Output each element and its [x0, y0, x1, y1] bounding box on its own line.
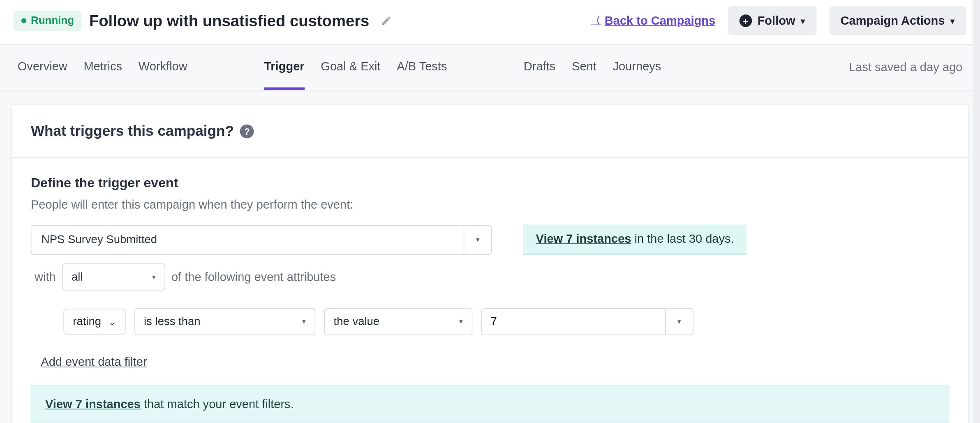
pencil-icon [381, 15, 392, 27]
tab-sent[interactable]: Sent [572, 45, 596, 90]
chevron-left-icon: 〈 [591, 14, 601, 27]
tab-journeys[interactable]: Journeys [613, 45, 661, 90]
view-matching-instances-link[interactable]: View 7 instances [45, 397, 141, 411]
status-dot-icon [21, 18, 26, 23]
with-rest-label: of the following event attributes [171, 270, 336, 284]
trigger-panel: What triggers this campaign? ? Define th… [12, 105, 969, 423]
chevron-down-icon: ▾ [459, 318, 463, 326]
quantifier-value: all [72, 270, 83, 284]
page-header: Running Follow up with unsatisfied custo… [0, 0, 980, 44]
value-type-text: the value [334, 315, 380, 328]
add-event-data-filter-link[interactable]: Add event data filter [41, 355, 147, 369]
campaign-actions-button[interactable]: Campaign Actions ▾ [829, 6, 966, 35]
attribute-value: rating [73, 315, 101, 328]
chevron-down-icon: ⌄ [109, 316, 116, 326]
tab-goal-exit[interactable]: Goal & Exit [321, 45, 380, 90]
scrollbar[interactable] [973, 0, 980, 423]
match-instances-banner: View 7 instances that match your event f… [31, 386, 949, 423]
view-instances-link[interactable]: View 7 instances [536, 232, 631, 245]
define-trigger-heading: Define the trigger event [31, 175, 949, 191]
chevron-down-icon: ▾ [464, 225, 491, 254]
quantifier-select[interactable]: all ▾ [62, 263, 165, 291]
event-select[interactable]: NPS Survey Submitted ▾ [31, 225, 492, 254]
chevron-down-icon: ▾ [801, 16, 805, 26]
chevron-down-icon: ▾ [302, 318, 306, 326]
with-label: with [35, 270, 56, 284]
status-badge: Running [14, 11, 82, 31]
define-trigger-subtext: People will enter this campaign when the… [31, 198, 949, 212]
chevron-down-icon: ▾ [152, 273, 156, 281]
chevron-down-icon[interactable]: ▾ [665, 309, 693, 335]
campaign-title: Follow up with unsatisfied customers [89, 12, 369, 30]
chevron-down-icon: ▾ [950, 16, 955, 26]
event-select-value: NPS Survey Submitted [31, 225, 463, 254]
operator-select[interactable]: is less than ▾ [134, 308, 315, 335]
edit-title-button[interactable] [381, 15, 392, 27]
tab-metrics[interactable]: Metrics [84, 45, 122, 90]
value-input-combo: ▾ [481, 308, 694, 335]
attribute-select[interactable]: rating ⌄ [63, 309, 125, 335]
follow-button[interactable]: + Follow ▾ [728, 6, 817, 35]
follow-button-label: Follow [758, 14, 795, 28]
value-input[interactable] [482, 309, 665, 335]
value-type-select[interactable]: the value ▾ [324, 308, 473, 335]
tab-ab-tests[interactable]: A/B Tests [397, 45, 447, 90]
operator-value: is less than [144, 315, 201, 328]
help-icon[interactable]: ? [240, 124, 254, 138]
match-rest-text: that match your event filters. [141, 397, 294, 411]
tab-drafts[interactable]: Drafts [524, 45, 555, 90]
plus-circle-icon: + [739, 14, 752, 27]
last-saved-label: Last saved a day ago [849, 60, 962, 74]
tabs-row: Overview Metrics Workflow Trigger Goal &… [0, 44, 980, 91]
back-link-text: Back to Campaigns [605, 14, 715, 28]
tab-trigger[interactable]: Trigger [264, 45, 304, 90]
filter-condition-row: rating ⌄ is less than ▾ the value ▾ ▾ [63, 308, 949, 335]
instances-callout: View 7 instances in the last 30 days. [523, 225, 747, 255]
panel-heading: What triggers this campaign? [31, 123, 234, 139]
status-text: Running [31, 14, 74, 27]
tab-workflow[interactable]: Workflow [139, 45, 187, 90]
campaign-actions-label: Campaign Actions [841, 14, 945, 28]
back-to-campaigns-link[interactable]: 〈 Back to Campaigns [591, 14, 715, 28]
tab-overview[interactable]: Overview [18, 45, 67, 90]
instances-rest-text: in the last 30 days. [631, 232, 734, 245]
